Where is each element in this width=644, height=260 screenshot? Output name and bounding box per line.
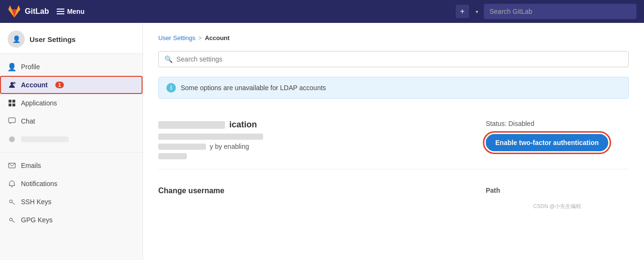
menu-label: Menu	[67, 8, 85, 15]
gpg-key-icon	[8, 216, 16, 224]
sidebar-item-label: SSH Keys	[21, 198, 51, 206]
sidebar-item-notifications[interactable]: Notifications	[0, 175, 143, 193]
sidebar-item-label: GPG Keys	[21, 216, 52, 224]
svg-point-7	[9, 136, 15, 142]
sidebar-item-label: Notifications	[21, 180, 57, 187]
gitlab-logo-icon	[8, 5, 21, 18]
menu-button[interactable]: Menu	[57, 8, 85, 15]
tfa-title-blurred	[158, 121, 225, 129]
applications-icon	[8, 99, 16, 107]
breadcrumb: User Settings > Account	[158, 34, 629, 42]
sidebar: 👤 User Settings 👤 Profile Account 1 App	[0, 23, 143, 260]
tfa-blurred-2	[158, 144, 206, 150]
sidebar-item-gpg-keys[interactable]: GPG Keys	[0, 211, 143, 229]
navbar: GitLab Menu + ▾	[0, 0, 644, 23]
tfa-status: Status: Disabled	[486, 120, 534, 127]
change-username-right: Path CSDN @小先生编程	[486, 187, 629, 210]
blurred-label	[21, 136, 69, 142]
profile-icon: 👤	[8, 62, 16, 71]
tfa-title-text: ication	[229, 120, 257, 129]
main-content: User Settings > Account 🔍 i Some options…	[143, 23, 644, 260]
svg-point-10	[10, 218, 12, 221]
tfa-blurred-3	[158, 153, 187, 159]
change-username-title: Change username	[158, 187, 467, 195]
info-icon: i	[166, 83, 176, 93]
sidebar-item-label: Account	[21, 81, 48, 89]
sidebar-item-blurred	[0, 130, 143, 148]
gitlab-logo[interactable]: GitLab	[8, 5, 49, 18]
search-icon: 🔍	[164, 55, 173, 63]
sidebar-item-profile[interactable]: 👤 Profile	[0, 58, 143, 76]
sidebar-item-label: Applications	[21, 99, 57, 107]
tfa-action-area: Status: Disabled Enable two-factor authe…	[486, 120, 629, 151]
svg-rect-4	[9, 104, 11, 106]
breadcrumb-root[interactable]: User Settings	[158, 34, 195, 42]
sidebar-item-chat[interactable]: Chat	[0, 112, 143, 130]
sidebar-item-label: Chat	[21, 117, 35, 125]
plus-icon: +	[460, 7, 464, 16]
svg-rect-5	[12, 104, 15, 106]
svg-rect-3	[12, 100, 15, 103]
account-icon	[8, 81, 16, 89]
breadcrumb-separator: >	[198, 34, 202, 42]
sidebar-header: 👤 User Settings	[0, 23, 143, 54]
info-banner-text: Some options are unavailable for LDAP ac…	[181, 84, 326, 92]
svg-point-9	[10, 200, 12, 203]
tfa-section-title: ication	[158, 120, 467, 130]
new-item-button[interactable]: +	[456, 5, 469, 18]
global-search-input[interactable]	[484, 4, 636, 19]
settings-search-input[interactable]	[176, 55, 623, 63]
path-label: Path	[486, 187, 500, 194]
emails-icon	[8, 161, 16, 170]
tfa-blurred-1	[158, 134, 263, 140]
blurred-icon	[8, 135, 16, 144]
ssh-key-icon	[8, 198, 16, 206]
info-banner: i Some options are unavailable for LDAP …	[158, 77, 629, 99]
svg-rect-2	[9, 100, 11, 103]
sidebar-item-emails[interactable]: Emails	[0, 156, 143, 175]
hamburger-icon	[57, 9, 64, 14]
avatar-icon: 👤	[12, 35, 20, 43]
two-factor-auth-section: ication y by enabling Status: Disabled E…	[158, 110, 629, 169]
change-username-left: Change username	[158, 187, 467, 197]
sidebar-item-ssh-keys[interactable]: SSH Keys	[0, 193, 143, 211]
page-layout: 👤 User Settings 👤 Profile Account 1 App	[0, 23, 644, 260]
svg-point-0	[10, 82, 13, 85]
svg-rect-6	[9, 118, 15, 123]
csdn-watermark: CSDN @小先生编程	[486, 203, 581, 210]
avatar: 👤	[8, 31, 25, 48]
sidebar-nav: 👤 Profile Account 1 Applications	[0, 54, 143, 233]
account-badge: 1	[55, 82, 64, 88]
sidebar-item-label: Emails	[21, 162, 41, 169]
sidebar-divider	[0, 152, 143, 153]
notifications-icon	[8, 179, 16, 188]
chat-icon	[8, 117, 16, 125]
settings-search-box[interactable]: 🔍	[158, 51, 629, 67]
sidebar-item-applications[interactable]: Applications	[0, 94, 143, 112]
enable-2fa-button[interactable]: Enable two-factor authentication	[486, 134, 608, 151]
navbar-chevron-icon[interactable]: ▾	[476, 9, 478, 14]
sidebar-title: User Settings	[30, 35, 76, 43]
sidebar-item-account[interactable]: Account 1	[0, 76, 143, 94]
breadcrumb-current: Account	[205, 34, 230, 42]
tfa-description: ication y by enabling	[158, 120, 467, 159]
gitlab-text: GitLab	[25, 7, 49, 16]
change-username-section: Change username Path CSDN @小先生编程	[158, 179, 629, 210]
tfa-by-enabling: y by enabling	[210, 143, 249, 150]
sidebar-item-label: Profile	[21, 63, 40, 71]
